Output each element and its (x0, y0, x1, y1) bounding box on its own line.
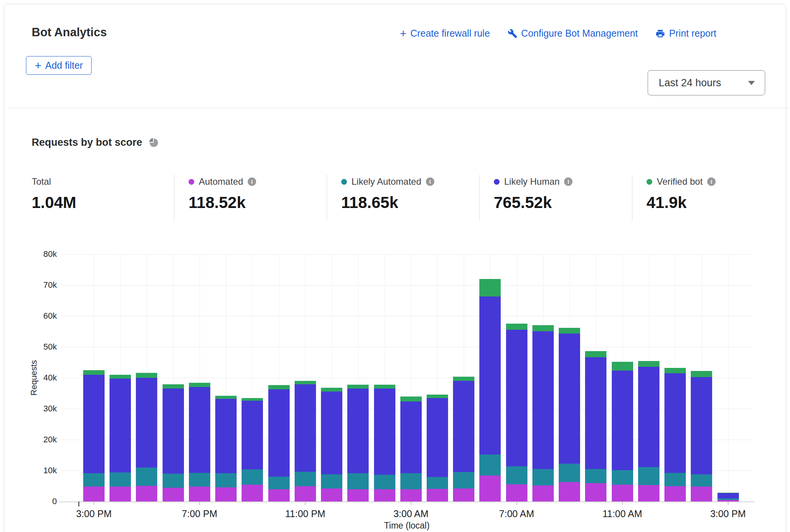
bar-13-400am[interactable] (427, 395, 448, 501)
bar-23-200pm[interactable] (691, 371, 712, 501)
add-filter-label: Add filter (45, 60, 83, 71)
y-tick-label: 20k (21, 435, 57, 445)
bar-21-1200pm[interactable] (638, 361, 659, 501)
bar-20-1100am[interactable] (612, 362, 633, 501)
stat-label: Verified bot (657, 176, 703, 187)
y-tick-label: 40k (21, 373, 57, 383)
segment-likely-human (321, 392, 342, 474)
wrench-icon (508, 29, 518, 39)
print-report-link[interactable]: Print report (655, 28, 716, 39)
bar-3-600pm[interactable] (163, 384, 184, 501)
segment-likely-automated (506, 466, 527, 484)
create-firewall-rule-link[interactable]: + Create firewall rule (400, 28, 490, 39)
segment-likely-automated (691, 474, 712, 487)
bar-16-700am[interactable] (506, 324, 527, 501)
segment-likely-human (479, 297, 501, 455)
segment-likely-automated (268, 477, 290, 489)
stat-likely-human: Likely Humani765.52k (494, 176, 572, 212)
segment-likely-automated (215, 473, 237, 487)
analytics-card: Bot Analytics + Create firewall rule Con… (4, 4, 786, 532)
segment-likely-human (559, 334, 580, 464)
bar-15-600am[interactable] (479, 279, 501, 501)
bar-24-300pm[interactable] (717, 493, 739, 501)
segment-automated (163, 488, 184, 501)
segment-likely-human (506, 330, 527, 466)
stat-label: Likely Automated (351, 176, 421, 187)
x-axis-zero-tick (78, 501, 79, 506)
segment-likely-human (189, 387, 210, 472)
segment-automated (189, 487, 210, 501)
segment-likely-automated (612, 470, 633, 485)
segment-verified-bot (242, 398, 263, 401)
segment-likely-automated (83, 473, 105, 487)
segment-likely-automated (163, 474, 184, 488)
bar-12-300am[interactable] (400, 397, 422, 501)
add-filter-button[interactable]: + Add filter (26, 56, 92, 75)
bar-8-1100pm[interactable] (295, 381, 316, 501)
bar-0-300pm[interactable] (83, 370, 105, 501)
bar-17-800am[interactable] (532, 325, 554, 501)
bar-2-500pm[interactable] (136, 373, 157, 501)
info-icon[interactable]: i (564, 177, 572, 186)
x-tick-label: 11:00 PM (271, 508, 340, 519)
x-axis-line (59, 501, 755, 502)
segment-likely-human (347, 389, 369, 473)
bar-14-500am[interactable] (453, 377, 474, 501)
segment-likely-human (585, 357, 606, 469)
segment-verified-bot (638, 361, 659, 367)
segment-verified-bot (295, 381, 316, 384)
segment-automated (664, 486, 686, 501)
segment-likely-human (163, 389, 184, 474)
pie-chart-icon (148, 137, 159, 148)
info-icon[interactable]: i (248, 177, 256, 186)
segment-likely-automated (400, 473, 422, 489)
bar-4-700pm[interactable] (189, 383, 210, 501)
bar-6-900pm[interactable] (242, 398, 263, 501)
configure-bot-management-link[interactable]: Configure Bot Management (508, 28, 638, 39)
segment-likely-human (664, 373, 686, 473)
bar-5-800pm[interactable] (215, 396, 237, 501)
segment-verified-bot (612, 362, 633, 371)
x-tick-label: 7:00 AM (482, 508, 551, 519)
segment-automated (136, 486, 157, 501)
info-icon[interactable]: i (426, 177, 434, 186)
section-header: Requests by bot score (32, 137, 159, 148)
segment-likely-human (295, 384, 316, 472)
bar-9-1200am[interactable] (321, 388, 342, 501)
bar-10-100am[interactable] (347, 385, 369, 501)
info-icon[interactable]: i (707, 177, 716, 186)
bar-1-400pm[interactable] (110, 375, 131, 501)
page-title: Bot Analytics (32, 26, 107, 39)
y-tick-label: 70k (21, 280, 57, 290)
segment-automated (453, 488, 474, 501)
y-tick-label: 60k (21, 311, 57, 321)
segment-likely-human (83, 375, 105, 473)
bar-22-100pm[interactable] (664, 368, 686, 501)
stat-divider (174, 175, 174, 221)
segment-likely-automated (189, 473, 210, 487)
segment-verified-bot (559, 328, 580, 334)
plus-icon: + (35, 61, 42, 70)
stat-total: Total1.04M (32, 176, 76, 212)
time-range-dropdown[interactable]: Last 24 hours (648, 70, 765, 95)
segment-verified-bot (506, 324, 527, 329)
x-tick-label: 7:00 PM (165, 508, 234, 519)
segment-likely-human (110, 379, 131, 472)
segment-likely-human (532, 331, 554, 469)
stat-label: Automated (199, 176, 243, 187)
segment-verified-bot (453, 377, 474, 381)
bar-18-900am[interactable] (559, 328, 580, 501)
x-tick (411, 501, 411, 505)
segment-likely-human (242, 401, 263, 469)
segment-verified-bot (664, 368, 686, 373)
segment-automated (242, 485, 263, 501)
segment-likely-automated (638, 467, 659, 485)
bar-19-1000am[interactable] (585, 351, 606, 501)
bar-7-1000pm[interactable] (268, 385, 290, 501)
x-tick-label: 3:00 AM (377, 508, 445, 519)
segment-verified-bot (163, 384, 184, 389)
segment-verified-bot (189, 383, 210, 387)
bar-11-200am[interactable] (374, 385, 395, 501)
segment-verified-bot (691, 371, 712, 377)
segment-automated (691, 487, 712, 501)
